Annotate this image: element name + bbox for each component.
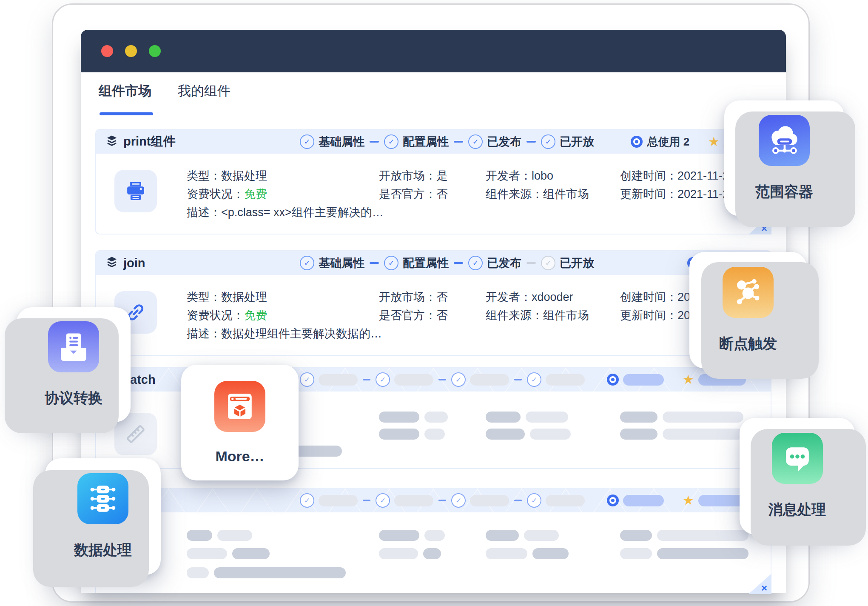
tab-my-components[interactable]: 我的组件 (178, 82, 231, 100)
skeleton-pill (623, 495, 664, 506)
step-connector (526, 141, 536, 143)
printer-icon (114, 170, 157, 212)
component-card-skeleton[interactable]: ✓ ✓ ✓ ✓ ★ (95, 488, 771, 593)
field-type: 类型：数据处理 (187, 169, 384, 183)
floating-card-label: More… (215, 448, 264, 465)
check-icon: ✓ (527, 372, 541, 387)
field-source: 组件来源：组件市场 (486, 309, 589, 323)
status-steps-skeleton: ✓ ✓ ✓ ✓ (300, 493, 585, 508)
page: 组件市场 我的组件 p (0, 0, 868, 606)
field-desc: 描述：<p.class= xx>组件主要解决的… (187, 206, 384, 220)
skeleton-row (486, 429, 571, 440)
status-steps: ✓基础属性 ✓配置属性 ✓已发布 ✓已开放 (300, 255, 594, 271)
check-icon: ✓ (541, 256, 555, 270)
status-steps-skeleton: ✓ ✓ ✓ ✓ (300, 372, 585, 387)
check-icon: ✓ (300, 493, 314, 508)
component-card-join[interactable]: join ✓基础属性 ✓配置属性 ✓已发布 ✓已开放 总使用 6 (95, 250, 771, 356)
cloud-network-icon (759, 115, 810, 166)
step-config: ✓配置属性 (384, 255, 449, 271)
floating-card-label: 范围容器 (755, 182, 813, 202)
browser-window: 组件市场 我的组件 p (81, 30, 786, 593)
molecule-icon (723, 267, 774, 318)
skeleton-row (379, 548, 441, 559)
skeleton-row (620, 548, 748, 559)
status-steps: ✓基础属性 ✓配置属性 ✓已发布 ✓已开放 (300, 134, 594, 149)
step-connector (454, 262, 463, 264)
skeleton-pill (698, 495, 746, 506)
step-connector (438, 500, 446, 501)
component-card-print[interactable]: print组件 ✓基础属性 ✓配置属性 ✓已发布 ✓已开放 总使用 2 ★总评 (95, 129, 771, 234)
star-icon: ★ (683, 494, 694, 507)
close-window-dot[interactable] (101, 45, 113, 57)
window-content: 组件市场 我的组件 p (81, 72, 786, 593)
skeleton-row (187, 567, 346, 578)
floating-card-message-processing[interactable]: 消息处理 (740, 418, 855, 535)
skeleton-row (620, 530, 748, 541)
check-icon: ✓ (300, 256, 314, 270)
skeleton-row (187, 530, 252, 541)
card-fields-market: 开放市场：是 是否官方：否 (379, 169, 448, 206)
field-fee: 资费状况：免费 (187, 309, 382, 323)
card-header: print组件 ✓基础属性 ✓配置属性 ✓已发布 ✓已开放 总使用 2 ★总评 (96, 130, 771, 154)
card-fields-dev: 开发者：xdooder 组件来源：组件市场 (486, 290, 589, 327)
field-official: 是否官方：否 (379, 309, 448, 323)
usage-icon (607, 374, 619, 386)
step-connector (514, 500, 522, 501)
step-published: ✓已发布 (468, 255, 521, 271)
tab-component-market[interactable]: 组件市场 (99, 82, 151, 100)
usage-counter (607, 374, 664, 386)
zoom-window-dot[interactable] (149, 45, 161, 57)
skeleton-row (379, 412, 448, 423)
skeleton-row (379, 429, 445, 440)
star-icon: ★ (708, 135, 720, 148)
skeleton-row (486, 412, 568, 423)
check-icon: ✓ (384, 256, 398, 270)
floating-card-data-processing[interactable]: 数据处理 (45, 458, 161, 575)
card-header: ✓ ✓ ✓ ✓ ★ (96, 489, 771, 512)
step-config: ✓配置属性 (384, 134, 449, 149)
card-fields-main: 类型：数据处理 资费状况：免费 描述：<p.class= xx>组件主要解决的… (187, 169, 384, 224)
field-fee: 资费状况：免费 (187, 187, 384, 201)
card-body (96, 512, 771, 593)
step-connector (454, 141, 463, 143)
field-developer: 开发者：lobo (486, 169, 589, 183)
card-body: 类型：数据处理 资费状况：免费 描述：数据处理组件主要解决数据的… 开放市场：否… (96, 275, 771, 356)
tab-bar: 组件市场 我的组件 (99, 82, 231, 100)
floating-card-protocol-conversion[interactable]: 协议转换 (17, 307, 131, 422)
star-icon: ★ (683, 373, 694, 386)
step-basic: ✓基础属性 (300, 134, 364, 149)
field-desc: 描述：数据处理组件主要解决数据的… (187, 327, 382, 341)
floating-card-breakpoint-trigger[interactable]: 断点触发 (689, 252, 807, 369)
step-connector (370, 141, 379, 143)
skeleton-pill (546, 495, 585, 506)
floating-card-label: 协议转换 (45, 389, 102, 408)
doc-envelope-icon (48, 321, 99, 372)
field-developer: 开发者：xdooder (486, 290, 589, 304)
skeleton-pill (470, 495, 509, 506)
floating-card-range-container[interactable]: 范围容器 (724, 100, 844, 216)
field-official: 是否官方：否 (379, 187, 448, 201)
step-connector (514, 379, 522, 380)
field-source: 组件来源：组件市场 (486, 187, 589, 201)
step-connector (363, 500, 370, 501)
card-header: join ✓基础属性 ✓配置属性 ✓已发布 ✓已开放 总使用 6 (96, 251, 771, 275)
card-title: atch (130, 373, 156, 387)
step-published: ✓已发布 (468, 134, 521, 149)
card-body: 类型：数据处理 资费状况：免费 描述：<p.class= xx>组件主要解决的…… (96, 154, 771, 234)
field-open: 开放市场：否 (379, 290, 448, 304)
step-open: ✓已开放 (541, 134, 594, 149)
card-fields-market: 开放市场：否 是否官方：否 (379, 290, 448, 327)
step-connector (363, 379, 370, 380)
usage-icon (631, 136, 643, 148)
check-icon: ✓ (468, 256, 483, 270)
check-icon: ✓ (300, 134, 314, 149)
minimize-window-dot[interactable] (125, 45, 137, 57)
card-fields-dev: 开发者：lobo 组件来源：组件市场 (486, 169, 589, 206)
rating-counter: ★ (683, 494, 746, 507)
layers-icon (105, 256, 118, 270)
field-type: 类型：数据处理 (187, 290, 382, 304)
skeleton-pill (546, 374, 585, 386)
floating-card-more[interactable]: More… (181, 365, 299, 480)
field-open: 开放市场：是 (379, 169, 448, 183)
window-cube-icon (214, 381, 265, 432)
